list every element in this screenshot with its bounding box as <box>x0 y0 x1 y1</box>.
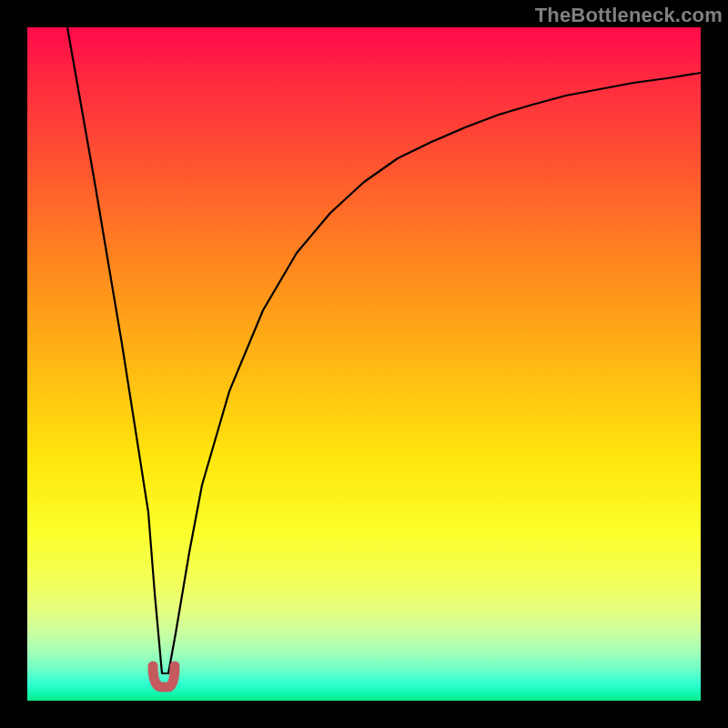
watermark-text: TheBottleneck.com <box>535 4 723 27</box>
optimal-region-marker <box>153 666 175 687</box>
plot-area <box>27 27 701 701</box>
chart-frame: TheBottleneck.com <box>0 0 728 728</box>
curve-svg <box>27 27 701 701</box>
bottleneck-curve-path <box>67 27 701 673</box>
